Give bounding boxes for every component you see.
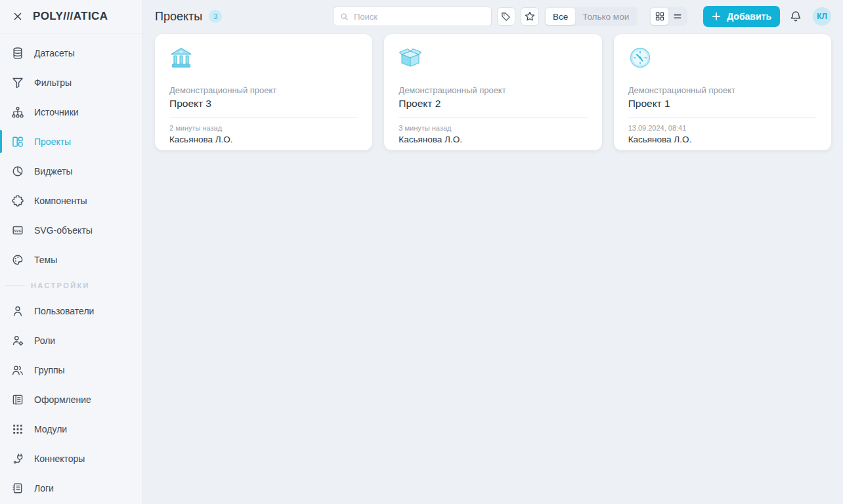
- sidebar-item[interactable]: Виджеты: [0, 156, 142, 186]
- sidebar-item[interactable]: Группы: [0, 355, 142, 385]
- grid-view-icon: [655, 11, 665, 22]
- sidebar-header: POLY///ATICA: [0, 0, 142, 33]
- appearance-icon: [11, 393, 24, 406]
- sidebar-item[interactable]: SVG SVG-объекты: [0, 215, 142, 245]
- filters-icon: [11, 76, 24, 89]
- groups-icon: [11, 364, 24, 377]
- sidebar-item-label: Роли: [34, 335, 55, 346]
- favorites-filter-button[interactable]: [521, 7, 539, 26]
- project-card[interactable]: Демонстрационный проект Проект 2 3 минут…: [384, 34, 601, 150]
- project-modified-date: 3 минуты назад: [399, 124, 587, 132]
- datasets-icon: [11, 47, 24, 60]
- sidebar-item-label: Фильтры: [34, 77, 72, 88]
- project-author: Касьянова Л.О.: [399, 135, 587, 144]
- card-divider: [169, 117, 358, 118]
- project-title: Проект 3: [169, 98, 358, 110]
- grid-view-button[interactable]: [651, 8, 668, 25]
- sidebar-item-label: Датасеты: [34, 48, 75, 58]
- box-icon: [399, 46, 422, 70]
- widgets-icon: [11, 165, 24, 178]
- project-author: Касьянова Л.О.: [628, 135, 817, 144]
- sidebar-section-settings: НАСТРОЙКИ: [0, 274, 142, 296]
- app-logo: POLY///ATICA: [33, 10, 108, 23]
- sidebar-item[interactable]: Роли: [0, 326, 142, 355]
- components-icon: [11, 194, 24, 207]
- sidebar-item-label: Источники: [34, 107, 79, 117]
- filter-only-mine-button[interactable]: Только мои: [575, 8, 636, 25]
- roles-icon: [11, 334, 24, 347]
- themes-icon: [11, 253, 24, 266]
- list-view-button[interactable]: [668, 8, 686, 25]
- notifications-bell-icon[interactable]: [789, 10, 802, 23]
- sources-icon: [11, 106, 24, 119]
- list-view-icon: [672, 11, 683, 22]
- svg-objects-icon: SVG: [11, 224, 24, 237]
- project-subtitle: Демонстрационный проект: [169, 85, 358, 95]
- sidebar-item-label: SVG-объекты: [34, 225, 93, 236]
- logs-icon: [11, 482, 24, 495]
- main-area: Проекты 3 Все Только мо: [143, 0, 843, 504]
- sidebar-item[interactable]: Компоненты: [0, 186, 142, 215]
- sidebar-item-label: Коннекторы: [34, 453, 85, 464]
- page-title: Проекты: [155, 10, 202, 24]
- sidebar-item-label: Проекты: [34, 136, 71, 147]
- add-button-label: Добавить: [727, 11, 771, 22]
- card-divider: [399, 117, 587, 118]
- users-icon: [11, 304, 24, 318]
- card-divider: [628, 117, 817, 118]
- sidebar-item[interactable]: Проекты: [0, 127, 142, 156]
- sidebar-item[interactable]: Темы: [0, 245, 142, 274]
- sidebar-nav: Датасеты Фильтры Источники Проекты: [0, 33, 142, 274]
- sidebar-item[interactable]: Пользователи: [0, 296, 142, 326]
- project-subtitle: Демонстрационный проект: [399, 85, 587, 95]
- app-window: POLY///ATICA Датасеты Фильтры Источники: [0, 0, 843, 504]
- topbar: Проекты 3 Все Только мо: [143, 0, 843, 33]
- view-toggle: [649, 7, 687, 26]
- sidebar-item[interactable]: Датасеты: [0, 38, 142, 68]
- svg-text:SVG: SVG: [14, 228, 22, 232]
- user-avatar[interactable]: КЛ: [813, 7, 831, 26]
- sidebar-settings-nav: Пользователи Роли Группы Оформление: [0, 296, 142, 503]
- search-box: [333, 7, 492, 26]
- search-input[interactable]: [354, 12, 485, 22]
- sidebar-item[interactable]: Оформление: [0, 385, 142, 414]
- close-sidebar-icon[interactable]: [11, 9, 25, 24]
- sidebar-item-label: Виджеты: [34, 166, 73, 177]
- bank-icon: [169, 46, 193, 70]
- sidebar: POLY///ATICA Датасеты Фильтры Источники: [0, 0, 143, 504]
- sidebar-item[interactable]: Фильтры: [0, 68, 142, 97]
- sidebar-item-label: Модули: [34, 424, 67, 434]
- sidebar-item-label: Оформление: [34, 394, 91, 405]
- tag-icon: [500, 11, 511, 22]
- sidebar-item[interactable]: Источники: [0, 97, 142, 127]
- tags-filter-button[interactable]: [497, 7, 515, 26]
- filter-all-button[interactable]: Все: [546, 8, 575, 25]
- project-cards: Демонстрационный проект Проект 3 2 минут…: [155, 34, 831, 150]
- sidebar-item-label: Темы: [34, 255, 57, 265]
- modules-icon: [11, 423, 24, 436]
- search-icon: [339, 12, 349, 22]
- plus-icon: [712, 12, 721, 21]
- projects-count-badge: 3: [209, 10, 222, 23]
- project-modified-date: 2 минуты назад: [169, 124, 358, 132]
- clock-icon: [628, 46, 652, 70]
- star-icon: [524, 10, 536, 22]
- project-subtitle: Демонстрационный проект: [628, 85, 817, 95]
- sidebar-item[interactable]: Модули: [0, 414, 142, 444]
- sidebar-item[interactable]: Логи: [0, 473, 142, 503]
- projects-content: Демонстрационный проект Проект 3 2 минут…: [143, 33, 843, 504]
- sidebar-item-label: Пользователи: [34, 306, 94, 316]
- sidebar-item[interactable]: Коннекторы: [0, 444, 142, 473]
- project-modified-date: 13.09.2024, 08:41: [628, 124, 817, 132]
- project-title: Проект 1: [628, 98, 817, 110]
- project-title: Проект 2: [399, 98, 587, 110]
- connectors-icon: [11, 452, 24, 465]
- sidebar-item-label: Компоненты: [34, 196, 87, 206]
- project-author: Касьянова Л.О.: [169, 135, 358, 144]
- ownership-filter: Все Только мои: [544, 7, 638, 26]
- projects-icon: [11, 135, 24, 148]
- project-card[interactable]: Демонстрационный проект Проект 1 13.09.2…: [614, 34, 831, 150]
- add-project-button[interactable]: Добавить: [703, 6, 780, 27]
- project-card[interactable]: Демонстрационный проект Проект 3 2 минут…: [155, 34, 372, 150]
- sidebar-item-label: Логи: [34, 483, 54, 494]
